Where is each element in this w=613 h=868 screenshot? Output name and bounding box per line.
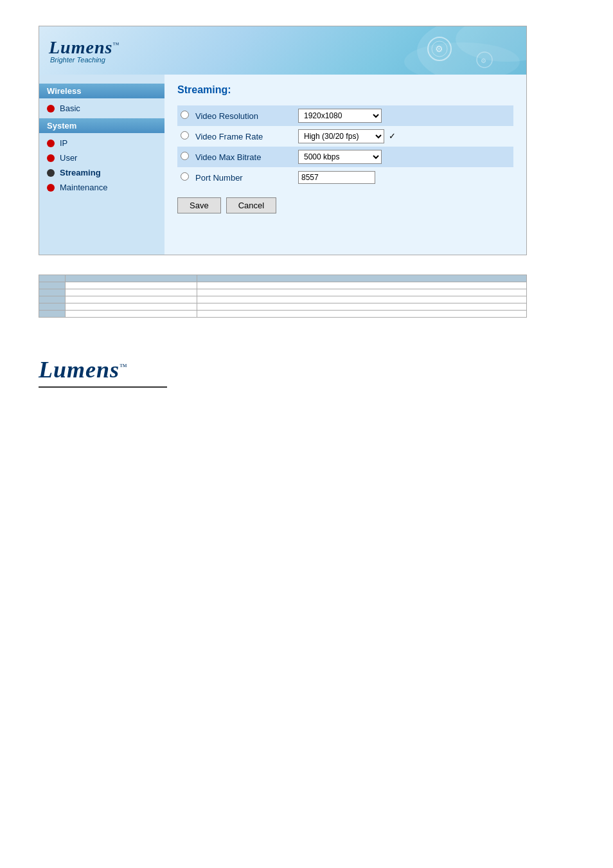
top-wrapper: Lumens™ Brighter Teaching ⚙ ⚙ — [0, 0, 613, 268]
logo-tagline: Brighter Teaching — [49, 56, 120, 64]
radio-cell-bitrate — [177, 147, 192, 167]
video-max-bitrate-row: Video Max Bitrate 5000 kbps 4000 kbps 30… — [177, 147, 513, 167]
row-num — [39, 289, 66, 296]
video-resolution-row: Video Resolution 1920x1080 1280x720 640x… — [177, 105, 513, 126]
input-port-number[interactable] — [298, 171, 375, 184]
sidebar-item-maintenance[interactable]: Maintenance — [39, 180, 164, 195]
control-video-resolution: 1920x1080 1280x720 640x480 — [295, 105, 513, 126]
col-header-name — [66, 275, 197, 282]
svg-point-3 — [428, 37, 451, 60]
label-video-resolution: Video Resolution — [192, 105, 295, 126]
sidebar: Wireless Basic System IP User Streaming — [39, 75, 164, 255]
col-header-desc — [197, 275, 527, 282]
main-content: Streaming: Video Resolution 1920x1080 — [164, 75, 526, 255]
button-row: Save Cancel — [177, 197, 513, 213]
bottom-logo-text: Lumens™ — [39, 356, 574, 383]
sidebar-item-streaming[interactable]: Streaming — [39, 165, 164, 180]
logo-area: Lumens™ Brighter Teaching — [49, 37, 120, 64]
wave-decoration: ⚙ ⚙ — [321, 26, 526, 75]
radio-video-resolution[interactable] — [181, 111, 189, 119]
sidebar-item-basic[interactable]: Basic — [39, 101, 164, 116]
table-header-row — [39, 275, 527, 282]
bottom-table — [39, 275, 527, 318]
row-desc — [197, 303, 527, 311]
table-row — [39, 311, 527, 318]
radio-video-max-bitrate[interactable] — [181, 152, 189, 160]
radio-video-frame-rate[interactable] — [181, 131, 189, 140]
row-name — [66, 282, 197, 289]
table-row — [39, 296, 527, 303]
sidebar-label-user: User — [60, 153, 77, 163]
radio-cell-port — [177, 167, 192, 188]
header-bar: Lumens™ Brighter Teaching ⚙ ⚙ — [39, 26, 526, 75]
svg-point-0 — [417, 26, 526, 75]
dot-icon — [47, 105, 55, 113]
section-title: Streaming: — [177, 84, 513, 96]
control-video-frame-rate: High (30/20 fps) Medium (15/10 fps) Low … — [295, 126, 513, 147]
radio-port-number[interactable] — [181, 172, 189, 181]
row-desc — [197, 289, 527, 296]
table-row — [39, 303, 527, 311]
svg-point-4 — [432, 41, 447, 57]
row-name — [66, 303, 197, 311]
dot-icon — [47, 184, 55, 192]
bottom-logo-divider — [39, 386, 167, 388]
svg-point-1 — [456, 26, 526, 62]
video-frame-rate-row: Video Frame Rate High (30/20 fps) Medium… — [177, 126, 513, 147]
sidebar-item-user[interactable]: User — [39, 150, 164, 165]
content-area: Wireless Basic System IP User Streaming — [39, 75, 526, 255]
sidebar-item-ip[interactable]: IP — [39, 136, 164, 150]
svg-point-6 — [477, 52, 492, 68]
logo-text: Lumens™ — [49, 37, 120, 58]
svg-text:⚙: ⚙ — [481, 57, 486, 64]
dot-icon — [47, 169, 55, 177]
label-video-max-bitrate: Video Max Bitrate — [192, 147, 295, 167]
sidebar-system-header: System — [39, 118, 164, 133]
select-video-max-bitrate[interactable]: 5000 kbps 4000 kbps 3000 kbps 2000 kbps … — [298, 150, 382, 164]
sidebar-label-ip: IP — [60, 138, 67, 148]
control-port-number — [295, 167, 513, 188]
select-video-frame-rate[interactable]: High (30/20 fps) Medium (15/10 fps) Low … — [298, 129, 384, 143]
row-desc — [197, 296, 527, 303]
label-port-number: Port Number — [192, 167, 295, 188]
label-video-frame-rate: Video Frame Rate — [192, 126, 295, 147]
row-num — [39, 303, 66, 311]
row-name — [66, 296, 197, 303]
radio-cell-framerate — [177, 126, 192, 147]
dot-icon — [47, 140, 55, 147]
select-video-resolution[interactable]: 1920x1080 1280x720 640x480 — [298, 109, 382, 123]
row-desc — [197, 282, 527, 289]
sidebar-label-maintenance: Maintenance — [60, 183, 107, 192]
sidebar-wireless-header: Wireless — [39, 84, 164, 98]
row-name — [66, 289, 197, 296]
port-number-row: Port Number — [177, 167, 513, 188]
sidebar-label-basic: Basic — [60, 104, 80, 113]
table-row — [39, 289, 527, 296]
cancel-button[interactable]: Cancel — [226, 197, 276, 213]
control-video-max-bitrate: 5000 kbps 4000 kbps 3000 kbps 2000 kbps … — [295, 147, 513, 167]
save-button[interactable]: Save — [177, 197, 221, 213]
table-row — [39, 282, 527, 289]
bottom-section — [0, 275, 613, 318]
row-num — [39, 282, 66, 289]
svg-point-2 — [404, 42, 520, 75]
sidebar-label-streaming: Streaming — [60, 168, 101, 177]
svg-text:⚙: ⚙ — [435, 44, 443, 54]
col-header-num — [39, 275, 66, 282]
row-num — [39, 311, 66, 318]
dot-icon — [47, 154, 55, 162]
bottom-logo-area: Lumens™ — [0, 318, 613, 401]
row-desc — [197, 311, 527, 318]
row-num — [39, 296, 66, 303]
settings-form: Video Resolution 1920x1080 1280x720 640x… — [177, 105, 513, 188]
radio-cell-resolution — [177, 105, 192, 126]
main-panel: Lumens™ Brighter Teaching ⚙ ⚙ — [39, 26, 527, 255]
row-name — [66, 311, 197, 318]
